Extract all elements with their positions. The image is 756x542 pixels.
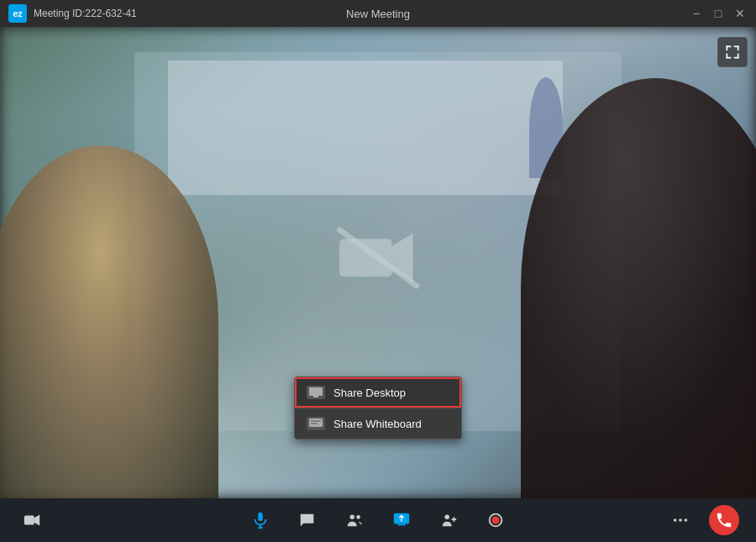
- title-bar: ez Meeting ID:222-632-41 New Meeting − □…: [0, 0, 756, 27]
- end-call-button[interactable]: [709, 505, 739, 535]
- svg-rect-8: [727, 54, 728, 59]
- svg-rect-18: [258, 513, 263, 521]
- camera-button[interactable]: [17, 505, 47, 535]
- app-logo: ez: [8, 4, 27, 23]
- toolbar-right: [665, 505, 739, 535]
- svg-rect-0: [339, 239, 392, 276]
- share-menu: Share Desktop Share Whiteboard: [294, 376, 462, 439]
- fullscreen-button[interactable]: [717, 37, 748, 67]
- share-whiteboard-label: Share Whiteboard: [333, 418, 422, 430]
- maximize-button[interactable]: □: [711, 6, 726, 21]
- close-button[interactable]: ✕: [732, 6, 748, 21]
- svg-rect-10: [738, 54, 739, 59]
- svg-point-21: [350, 515, 355, 520]
- participants-button[interactable]: [339, 505, 370, 535]
- record-button[interactable]: [480, 505, 511, 535]
- whiteboard-bg: [168, 61, 563, 195]
- toolbar: [0, 498, 756, 542]
- svg-rect-11: [309, 387, 323, 396]
- chat-button[interactable]: [292, 505, 323, 535]
- minimize-button[interactable]: −: [689, 6, 704, 21]
- svg-rect-24: [397, 524, 405, 526]
- svg-rect-4: [727, 46, 728, 51]
- more-options-button[interactable]: [665, 505, 696, 535]
- add-participant-button[interactable]: [433, 505, 464, 535]
- svg-point-30: [491, 516, 499, 524]
- window-title: New Meeting: [346, 8, 410, 20]
- share-desktop-label: Share Desktop: [333, 387, 406, 399]
- svg-point-32: [679, 518, 682, 522]
- share-screen-button[interactable]: [386, 505, 417, 535]
- svg-rect-16: [24, 516, 34, 525]
- svg-point-26: [444, 515, 449, 520]
- svg-rect-12: [313, 396, 318, 397]
- svg-rect-6: [738, 46, 739, 51]
- svg-marker-17: [34, 515, 39, 526]
- title-bar-left: ez Meeting ID:222-632-41: [8, 4, 137, 23]
- camera-off-icon: [336, 224, 420, 294]
- svg-point-31: [674, 518, 677, 522]
- toolbar-left: [17, 505, 47, 535]
- svg-point-33: [685, 518, 688, 522]
- share-whiteboard-option[interactable]: Share Whiteboard: [295, 408, 461, 439]
- title-bar-controls: − □ ✕: [689, 6, 748, 21]
- meeting-id: Meeting ID:222-632-41: [34, 8, 137, 19]
- svg-point-22: [356, 515, 360, 519]
- share-desktop-icon: [307, 386, 325, 399]
- toolbar-center: [245, 505, 511, 535]
- video-area: Share Desktop Share Whiteboard: [0, 27, 756, 498]
- mic-button[interactable]: [245, 505, 276, 535]
- share-desktop-option[interactable]: Share Desktop: [295, 377, 461, 408]
- share-whiteboard-icon: [307, 417, 325, 430]
- svg-rect-13: [309, 418, 323, 427]
